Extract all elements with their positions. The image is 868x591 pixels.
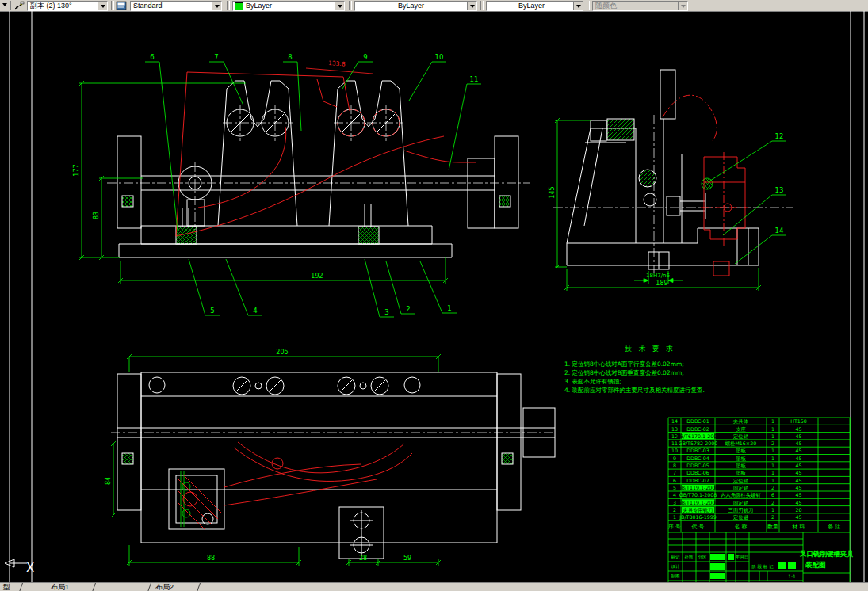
bom-cell: 定位销 [733,433,748,440]
balloon-label: 9 [363,53,367,61]
drawing-title-line1: 叉口铣削键槽夹具 [799,550,855,558]
lineweight-glyph [490,6,514,6]
tech-req-line-2: 2. 定位销8中心线对B面垂直度公差0.02mm; [564,369,684,376]
balloon-12: 12 [708,132,786,182]
bom-cell: 1 [771,448,774,453]
tab-divider [92,583,96,591]
tab-layout2[interactable]: 布局2 [155,583,174,591]
color-combo[interactable]: ByLayer [232,1,345,11]
bom-cell: 1 [771,433,774,439]
bom-cell: 垫板 [736,470,746,475]
bom-cell: 支座 [736,426,746,433]
bom-cell: 14 [671,418,678,424]
color-dropdown-icon[interactable] [335,2,344,10]
bom-cell: DDBC-03 [686,448,709,453]
dim-style-dropdown-icon[interactable] [98,2,107,10]
bom-cell: 45 [795,448,801,453]
bom-row-13: 13DDBC-02支座145 [671,426,802,433]
bom-cell: JB/T8016-1999 [679,514,716,520]
balloon-label: 6 [150,53,154,61]
tab-model[interactable]: 型 [3,583,10,591]
autocad-window: 副本 (2) 130° Standard ByLayer ByLayer [0,0,868,591]
bom-row-1: 1JB/T8016-1999定位键245 [673,514,802,520]
bom-cell: 垫板 [736,463,746,468]
dim-style-icon[interactable] [13,1,25,10]
linetype-combo[interactable]: ByLayer [354,1,477,11]
linetype-value: ByLayer [392,2,467,10]
bom-cell: 定位销 [733,478,748,484]
bom-row-12: 12GB/T6170.1-2000定位销145 [671,433,802,440]
tb-scale-value: 1:1 [788,574,796,579]
balloon-5: 5 [189,259,220,315]
tab-divider [147,583,151,591]
linetype-dropdown-icon[interactable] [467,2,476,10]
balloon-label: 8 [288,53,292,61]
balloon-3: 3 [365,259,394,317]
bom-cell: 垫板 [736,456,746,461]
bom-cell: 内六角圆柱头螺钉 [721,492,761,498]
tb-date-label: 年月日 [736,555,749,560]
balloon-14: 14 [735,227,786,264]
bom-cell: DDBC-02 [686,426,709,432]
balloon-label: 4 [253,307,257,315]
dim-style-combo[interactable]: 副本 (2) 130° [27,1,108,11]
text-style-icon[interactable] [116,1,128,10]
bom-cell: 1 [673,514,676,520]
bom-cell: 固定销 [733,485,748,491]
bom-row-10: 10DDBC-03垫板145 [671,448,802,453]
bom-cell: 夹具体 [733,418,749,425]
bom-cell: 1 [771,463,774,468]
bom-cell: 1 [771,478,774,483]
color-value: ByLayer [243,2,335,10]
combo-arrow-partial[interactable] [2,3,7,6]
lineweight-combo[interactable]: ByLayer [486,1,583,11]
layout-tab-bar: 型 布局1 布局2 [0,582,868,591]
tab-divider [197,583,201,591]
bom-cell: 45 [795,470,801,475]
tab-layout1[interactable]: 布局1 [51,583,69,591]
balloon-4: 4 [226,259,262,315]
side-view [553,70,793,273]
plot-style-value: 随颜色 [593,2,678,10]
tech-req-line-3: 3. 表面不允许有锈蚀; [564,378,621,385]
bom-cell: 螺栓M16×20 [725,440,756,447]
text-style-value: Standard [131,2,212,10]
toolbar-separator [587,1,590,10]
bom-cell: 45 [795,478,801,483]
bom-table: 14DDBC-01夹具体1HT15013DDBC-02支座14512GB/T61… [668,418,851,532]
tb-draft-label: 制图 [671,574,680,579]
bom-cell: DDBC-01 [686,418,709,424]
top-view-clamp-green [181,471,190,527]
text-style-combo[interactable]: Standard [130,1,222,11]
drawing-canvas[interactable]: 177 83 192 145 189 18H7/n6 205 84 88 28 … [0,11,868,582]
front-view-workpiece-red [176,72,476,236]
bom-cell: 45 [795,485,801,490]
balloon-8: 8 [283,53,301,131]
color-swatch [235,2,243,10]
tb-stage-label: 阶 段 标 记 [751,564,774,570]
toolbar-separator [480,1,484,10]
bom-cell: 7 [673,470,676,475]
dim-front-angle: 133.8 [328,59,346,67]
balloon-6: 6 [145,53,178,238]
bom-cell: DDBC-04 [686,456,709,461]
text-style-dropdown-icon[interactable] [212,2,221,10]
dim-front-inner-height: 83 [93,212,100,219]
bom-row-5: 5GB/T119.1-2000固定销245 [673,485,802,491]
bom-header: 数量 [767,524,778,530]
dim-side-slot: 18H7/n6 [646,273,670,279]
toolbar-separator [349,1,352,10]
dim-top-left-height: 84 [105,477,112,485]
bom-cell: 45 [795,492,801,498]
lineweight-dropdown-icon[interactable] [573,2,583,10]
balloon-label: 7 [214,53,218,61]
bom-cell: 2 [771,514,774,520]
bom-cell: DDBC-07 [686,478,709,483]
tb-count-label: 处数 [685,555,694,560]
tb-zone-label: 分区 [698,555,708,559]
dim-top-bottom-left: 88 [207,555,215,562]
bom-cell: 45 [795,433,801,439]
top-view-workpiece-red [178,442,412,529]
bom-cell: 1 [771,418,774,424]
plot-style-dropdown-icon [678,2,687,10]
